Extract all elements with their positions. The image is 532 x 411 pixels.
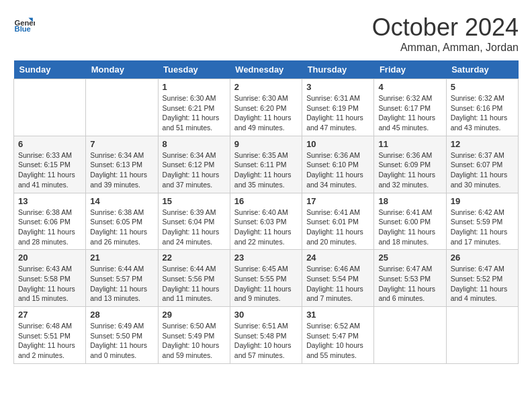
calendar-week-row: 6Sunrise: 6:33 AM Sunset: 6:15 PM Daylig… <box>14 136 519 193</box>
calendar-cell: 7Sunrise: 6:34 AM Sunset: 6:13 PM Daylig… <box>86 136 158 193</box>
calendar-cell <box>446 307 518 364</box>
day-number: 14 <box>90 196 153 206</box>
calendar-cell <box>14 79 86 136</box>
day-info: Sunrise: 6:51 AM Sunset: 5:48 PM Dayligh… <box>234 321 298 361</box>
day-of-week-header: Wednesday <box>230 60 302 79</box>
calendar-header-row: SundayMondayTuesdayWednesdayThursdayFrid… <box>14 60 519 79</box>
day-info: Sunrise: 6:47 AM Sunset: 5:52 PM Dayligh… <box>451 264 514 304</box>
day-number: 9 <box>234 139 298 149</box>
day-info: Sunrise: 6:43 AM Sunset: 5:58 PM Dayligh… <box>18 264 81 304</box>
day-number: 18 <box>378 196 441 206</box>
month-title: October 2024 <box>372 13 519 42</box>
calendar-cell: 2Sunrise: 6:30 AM Sunset: 6:20 PM Daylig… <box>230 79 302 136</box>
title-area: October 2024 Amman, Amman, Jordan <box>372 13 519 54</box>
calendar-cell: 12Sunrise: 6:37 AM Sunset: 6:07 PM Dayli… <box>446 136 518 193</box>
location: Amman, Amman, Jordan <box>372 42 519 54</box>
day-info: Sunrise: 6:38 AM Sunset: 6:06 PM Dayligh… <box>18 208 81 247</box>
day-number: 20 <box>18 253 81 263</box>
day-number: 31 <box>306 310 369 320</box>
calendar-week-row: 1Sunrise: 6:30 AM Sunset: 6:21 PM Daylig… <box>14 79 519 136</box>
day-number: 13 <box>18 196 81 206</box>
calendar-week-row: 27Sunrise: 6:48 AM Sunset: 5:51 PM Dayli… <box>14 307 519 364</box>
calendar-cell: 5Sunrise: 6:32 AM Sunset: 6:16 PM Daylig… <box>446 79 518 136</box>
day-number: 11 <box>378 139 441 149</box>
day-info: Sunrise: 6:41 AM Sunset: 6:00 PM Dayligh… <box>378 208 441 247</box>
calendar-cell: 1Sunrise: 6:30 AM Sunset: 6:21 PM Daylig… <box>158 79 230 136</box>
day-info: Sunrise: 6:44 AM Sunset: 5:56 PM Dayligh… <box>163 264 226 304</box>
day-number: 16 <box>234 196 298 206</box>
calendar-cell: 24Sunrise: 6:46 AM Sunset: 5:54 PM Dayli… <box>302 250 374 307</box>
calendar-table: SundayMondayTuesdayWednesdayThursdayFrid… <box>13 60 519 364</box>
day-number: 6 <box>18 139 81 149</box>
day-info: Sunrise: 6:32 AM Sunset: 6:16 PM Dayligh… <box>451 93 514 133</box>
day-info: Sunrise: 6:42 AM Sunset: 5:59 PM Dayligh… <box>451 208 514 247</box>
day-of-week-header: Sunday <box>14 60 86 79</box>
day-number: 3 <box>306 82 369 92</box>
calendar-cell: 13Sunrise: 6:38 AM Sunset: 6:06 PM Dayli… <box>14 193 86 250</box>
day-info: Sunrise: 6:40 AM Sunset: 6:03 PM Dayligh… <box>234 208 298 247</box>
day-number: 24 <box>306 253 369 263</box>
day-number: 30 <box>234 310 298 320</box>
day-number: 26 <box>451 253 514 263</box>
day-info: Sunrise: 6:41 AM Sunset: 6:01 PM Dayligh… <box>306 208 369 247</box>
calendar-cell: 18Sunrise: 6:41 AM Sunset: 6:00 PM Dayli… <box>374 193 446 250</box>
day-info: Sunrise: 6:45 AM Sunset: 5:55 PM Dayligh… <box>234 264 298 304</box>
calendar-cell: 27Sunrise: 6:48 AM Sunset: 5:51 PM Dayli… <box>14 307 86 364</box>
calendar-cell: 14Sunrise: 6:38 AM Sunset: 6:05 PM Dayli… <box>86 193 158 250</box>
day-info: Sunrise: 6:50 AM Sunset: 5:49 PM Dayligh… <box>163 321 226 361</box>
calendar-cell: 29Sunrise: 6:50 AM Sunset: 5:49 PM Dayli… <box>158 307 230 364</box>
calendar-cell <box>86 79 158 136</box>
calendar-cell: 25Sunrise: 6:47 AM Sunset: 5:53 PM Dayli… <box>374 250 446 307</box>
day-of-week-header: Friday <box>374 60 446 79</box>
day-number: 10 <box>306 139 369 149</box>
day-info: Sunrise: 6:34 AM Sunset: 6:13 PM Dayligh… <box>90 150 153 190</box>
calendar-cell: 21Sunrise: 6:44 AM Sunset: 5:57 PM Dayli… <box>86 250 158 307</box>
day-number: 4 <box>378 82 441 92</box>
day-number: 19 <box>451 196 514 206</box>
day-number: 8 <box>163 139 226 149</box>
calendar-cell: 9Sunrise: 6:35 AM Sunset: 6:11 PM Daylig… <box>230 136 302 193</box>
day-number: 25 <box>378 253 441 263</box>
day-number: 7 <box>90 139 153 149</box>
calendar-cell: 3Sunrise: 6:31 AM Sunset: 6:19 PM Daylig… <box>302 79 374 136</box>
day-info: Sunrise: 6:36 AM Sunset: 6:10 PM Dayligh… <box>306 150 369 190</box>
day-number: 1 <box>163 82 226 92</box>
logo: General Blue <box>13 13 35 35</box>
day-number: 23 <box>234 253 298 263</box>
calendar-cell: 17Sunrise: 6:41 AM Sunset: 6:01 PM Dayli… <box>302 193 374 250</box>
day-of-week-header: Monday <box>86 60 158 79</box>
day-number: 22 <box>163 253 226 263</box>
day-number: 28 <box>90 310 153 320</box>
day-of-week-header: Saturday <box>446 60 518 79</box>
calendar-cell: 31Sunrise: 6:52 AM Sunset: 5:47 PM Dayli… <box>302 307 374 364</box>
day-info: Sunrise: 6:31 AM Sunset: 6:19 PM Dayligh… <box>306 93 369 133</box>
calendar-cell: 15Sunrise: 6:39 AM Sunset: 6:04 PM Dayli… <box>158 193 230 250</box>
calendar-cell: 28Sunrise: 6:49 AM Sunset: 5:50 PM Dayli… <box>86 307 158 364</box>
day-info: Sunrise: 6:36 AM Sunset: 6:09 PM Dayligh… <box>378 150 441 190</box>
day-info: Sunrise: 6:30 AM Sunset: 6:21 PM Dayligh… <box>163 93 226 133</box>
day-info: Sunrise: 6:35 AM Sunset: 6:11 PM Dayligh… <box>234 150 298 190</box>
calendar-cell: 19Sunrise: 6:42 AM Sunset: 5:59 PM Dayli… <box>446 193 518 250</box>
day-number: 29 <box>163 310 226 320</box>
calendar-cell: 20Sunrise: 6:43 AM Sunset: 5:58 PM Dayli… <box>14 250 86 307</box>
day-info: Sunrise: 6:32 AM Sunset: 6:17 PM Dayligh… <box>378 93 441 133</box>
day-of-week-header: Tuesday <box>158 60 230 79</box>
day-number: 21 <box>90 253 153 263</box>
page-header: General Blue October 2024 Amman, Amman, … <box>13 13 519 54</box>
day-of-week-header: Thursday <box>302 60 374 79</box>
day-info: Sunrise: 6:38 AM Sunset: 6:05 PM Dayligh… <box>90 208 153 247</box>
calendar-cell: 6Sunrise: 6:33 AM Sunset: 6:15 PM Daylig… <box>14 136 86 193</box>
day-number: 15 <box>163 196 226 206</box>
logo-icon: General Blue <box>13 13 35 35</box>
calendar-cell: 8Sunrise: 6:34 AM Sunset: 6:12 PM Daylig… <box>158 136 230 193</box>
day-info: Sunrise: 6:34 AM Sunset: 6:12 PM Dayligh… <box>163 150 226 190</box>
day-number: 2 <box>234 82 298 92</box>
day-info: Sunrise: 6:52 AM Sunset: 5:47 PM Dayligh… <box>306 321 369 361</box>
day-number: 17 <box>306 196 369 206</box>
calendar-cell: 4Sunrise: 6:32 AM Sunset: 6:17 PM Daylig… <box>374 79 446 136</box>
day-info: Sunrise: 6:44 AM Sunset: 5:57 PM Dayligh… <box>90 264 153 304</box>
day-number: 5 <box>451 82 514 92</box>
day-info: Sunrise: 6:47 AM Sunset: 5:53 PM Dayligh… <box>378 264 441 304</box>
calendar-cell: 26Sunrise: 6:47 AM Sunset: 5:52 PM Dayli… <box>446 250 518 307</box>
day-info: Sunrise: 6:37 AM Sunset: 6:07 PM Dayligh… <box>451 150 514 190</box>
